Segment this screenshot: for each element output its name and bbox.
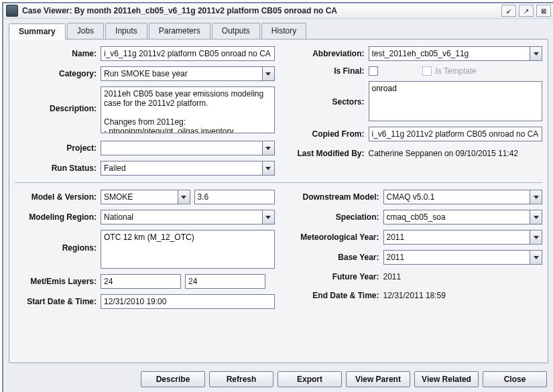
tab-jobs[interactable]: Jobs <box>67 23 104 39</box>
chevron-down-icon <box>534 256 539 259</box>
window-title: Case Viewer: By month 2011eh_cb05_v6_11g… <box>22 6 499 15</box>
run-status-combo[interactable] <box>101 161 275 176</box>
button-bar: Describe Refresh Export View Parent View… <box>3 367 553 392</box>
run-status-dropdown-button[interactable] <box>262 161 274 175</box>
project-dropdown-button[interactable] <box>262 141 274 155</box>
tab-history[interactable]: History <box>261 23 306 39</box>
abbreviation-dropdown-button[interactable] <box>530 47 542 60</box>
chevron-down-icon <box>534 216 539 219</box>
downstream-model-combo[interactable] <box>383 190 543 204</box>
chevron-down-icon <box>534 236 539 239</box>
chevron-down-icon <box>265 167 271 170</box>
refresh-button[interactable]: Refresh <box>209 371 273 387</box>
category-combo[interactable] <box>101 66 275 81</box>
chevron-down-icon <box>265 216 271 219</box>
summary-panel: Name: Category: Description: 2011eh CB05… <box>9 39 548 363</box>
version-field[interactable] <box>194 190 275 204</box>
minimize-button[interactable]: ↙ <box>501 5 516 17</box>
speciation-dropdown-button[interactable] <box>530 210 542 224</box>
view-parent-button[interactable]: View Parent <box>346 371 410 387</box>
description-textarea[interactable]: 2011eh CB05 base year emissions modeling… <box>101 86 275 133</box>
chevron-down-icon <box>534 52 539 56</box>
copied-from-field[interactable] <box>369 127 543 141</box>
tab-bar: Summary Jobs Inputs Parameters Outputs H… <box>3 19 553 39</box>
model-dropdown-button[interactable] <box>178 190 190 204</box>
modeling-region-label: Modeling Region: <box>15 212 101 222</box>
sectors-label: Sectors: <box>283 81 369 107</box>
end-dt-value: 12/31/2011 18:59 <box>383 289 543 302</box>
future-year-value: 2011 <box>383 270 543 283</box>
speciation-label: Speciation: <box>283 212 383 222</box>
tab-outputs[interactable]: Outputs <box>212 23 260 39</box>
end-dt-label: End Date & Time: <box>283 291 383 300</box>
last-modified-value: Catherine Seppanen on 09/10/2015 11:42 <box>369 147 543 160</box>
last-modified-label: Last Modified By: <box>283 149 369 158</box>
model-version-label: Model & Version: <box>15 192 101 202</box>
is-final-label: Is Final: <box>283 66 369 76</box>
category-dropdown-button[interactable] <box>262 67 274 80</box>
tab-inputs[interactable]: Inputs <box>105 23 147 39</box>
met-layers-field-b[interactable] <box>185 274 265 289</box>
project-combo[interactable] <box>101 141 275 155</box>
regions-label: Regions: <box>15 230 101 253</box>
name-field[interactable] <box>101 46 275 61</box>
modeling-region-combo[interactable] <box>101 210 275 224</box>
description-label: Description: <box>15 86 101 113</box>
speciation-combo[interactable] <box>383 210 543 224</box>
project-label: Project: <box>15 143 101 153</box>
abbreviation-label: Abbreviation: <box>283 49 369 58</box>
run-status-label: Run Status: <box>15 164 101 173</box>
is-template-checkbox <box>422 66 432 76</box>
describe-button[interactable]: Describe <box>141 371 205 387</box>
case-viewer-window: Case Viewer: By month 2011eh_cb05_v6_11g… <box>2 2 553 392</box>
abbreviation-combo[interactable] <box>369 46 543 61</box>
divider <box>15 182 542 183</box>
sectors-listbox[interactable]: onroad <box>369 81 543 121</box>
future-year-label: Future Year: <box>283 272 383 281</box>
downstream-model-dropdown-button[interactable] <box>530 190 542 204</box>
base-year-combo[interactable] <box>383 250 543 265</box>
close-button[interactable]: Close <box>483 371 547 387</box>
titlebar: Case Viewer: By month 2011eh_cb05_v6_11g… <box>3 3 553 19</box>
downstream-model-label: Downstream Model: <box>283 192 383 202</box>
tab-parameters[interactable]: Parameters <box>149 23 210 39</box>
chevron-down-icon <box>265 147 271 150</box>
meteorological-year-combo[interactable] <box>383 230 543 245</box>
copied-from-label: Copied From: <box>283 129 369 139</box>
base-year-label: Base Year: <box>283 253 383 262</box>
export-button[interactable]: Export <box>278 371 342 387</box>
view-related-button[interactable]: View Related <box>414 371 479 387</box>
tab-summary[interactable]: Summary <box>9 23 66 40</box>
close-window-button[interactable]: ⊠ <box>536 5 551 17</box>
modeling-region-dropdown-button[interactable] <box>262 210 274 224</box>
model-combo[interactable] <box>101 190 190 204</box>
is-final-checkbox[interactable] <box>369 66 378 76</box>
maximize-button[interactable]: ↗ <box>519 5 534 17</box>
chevron-down-icon <box>181 196 186 199</box>
name-label: Name: <box>15 49 101 58</box>
is-template-label: Is Template <box>436 66 477 76</box>
category-label: Category: <box>15 69 101 78</box>
chevron-down-icon <box>265 72 271 76</box>
meteorological-year-label: Meteorological Year: <box>283 233 383 242</box>
met-emis-layers-label: Met/Emis Layers: <box>15 277 101 286</box>
meteorological-year-dropdown-button[interactable] <box>530 231 542 244</box>
chevron-down-icon <box>534 196 539 199</box>
met-layers-field-a[interactable] <box>101 274 181 289</box>
regions-listbox[interactable]: OTC 12 km (M_12_OTC) <box>101 230 275 269</box>
start-dt-field[interactable] <box>101 294 275 309</box>
base-year-dropdown-button[interactable] <box>530 251 542 264</box>
app-icon <box>6 5 18 17</box>
start-dt-label: Start Date & Time: <box>15 297 101 306</box>
